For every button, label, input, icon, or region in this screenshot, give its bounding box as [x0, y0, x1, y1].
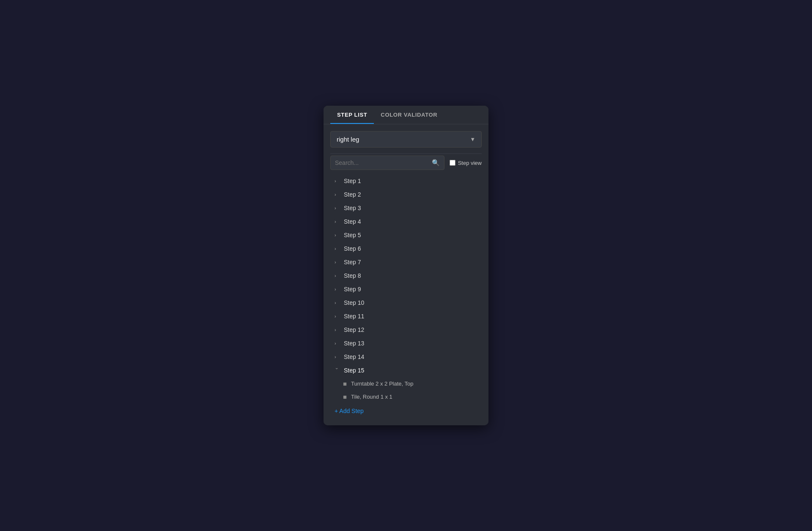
list-item[interactable]: › Step 8	[330, 269, 482, 282]
step-label: Step 15	[344, 367, 364, 374]
piece-icon: ■	[343, 393, 347, 400]
tab-step-list[interactable]: STEP LIST	[330, 106, 374, 124]
chevron-right-icon: ›	[335, 354, 340, 359]
chevron-right-icon: ›	[335, 327, 340, 332]
list-item[interactable]: › Step 9	[330, 282, 482, 296]
step-label: Step 3	[344, 205, 361, 211]
tabs-bar: STEP LIST COLOR VALIDATOR	[324, 106, 488, 124]
panel-body: right leg ▼ 🔍 Step view › Step 1 › Step	[324, 124, 488, 425]
list-item[interactable]: ■ Tile, Round 1 x 1	[330, 390, 482, 403]
list-item[interactable]: › Step 11	[330, 309, 482, 323]
step-view-checkbox[interactable]	[450, 160, 455, 166]
step-label: Step 5	[344, 232, 361, 238]
step-label: Step 6	[344, 245, 361, 252]
chevron-right-icon: ›	[335, 314, 340, 319]
divider-1	[330, 153, 482, 154]
piece-icon: ■	[343, 380, 347, 387]
search-input[interactable]	[335, 159, 432, 166]
chevron-right-icon: ›	[335, 273, 340, 278]
chevron-right-icon: ›	[335, 287, 340, 292]
list-item[interactable]: › Step 4	[330, 215, 482, 228]
dropdown-value: right leg	[337, 136, 359, 143]
step-label: Step 1	[344, 178, 361, 184]
search-row: 🔍 Step view	[330, 156, 482, 170]
list-item[interactable]: › Step 2	[330, 188, 482, 201]
search-box[interactable]: 🔍	[330, 156, 444, 170]
chevron-right-icon: ›	[335, 300, 340, 305]
steps-list: › Step 1 › Step 2 › Step 3 › Step 4 › St…	[330, 174, 482, 403]
step-label: Step 2	[344, 191, 361, 198]
search-icon: 🔍	[432, 159, 440, 167]
step-label: Step 10	[344, 299, 364, 306]
list-item[interactable]: › Step 15	[330, 364, 482, 377]
chevron-right-icon: ›	[335, 341, 340, 346]
step-label: Step 4	[344, 218, 361, 225]
chevron-right-icon: ›	[335, 233, 340, 238]
chevron-right-icon: ›	[335, 246, 340, 251]
sub-items-list: ■ Turntable 2 x 2 Plate, Top ■ Tile, Rou…	[330, 377, 482, 403]
chevron-down-icon: ›	[335, 368, 340, 373]
part-dropdown-wrapper: right leg ▼	[330, 131, 482, 148]
step-label: Step 11	[344, 313, 364, 320]
step-label: Step 7	[344, 259, 361, 266]
chevron-right-icon: ›	[335, 219, 340, 224]
sub-item-label: Tile, Round 1 x 1	[351, 394, 392, 400]
list-item[interactable]: › Step 14	[330, 350, 482, 364]
list-item[interactable]: › Step 6	[330, 242, 482, 255]
add-step-button[interactable]: + Add Step	[330, 403, 482, 419]
step-label: Step 9	[344, 286, 361, 293]
chevron-right-icon: ›	[335, 178, 340, 183]
step-label: Step 14	[344, 353, 364, 360]
part-dropdown[interactable]: right leg ▼	[330, 131, 482, 148]
list-item[interactable]: › Step 5	[330, 228, 482, 242]
step-label: Step 8	[344, 272, 361, 279]
list-item[interactable]: › Step 3	[330, 201, 482, 215]
chevron-down-icon: ▼	[470, 136, 475, 142]
step-view-text: Step view	[458, 160, 482, 166]
list-item[interactable]: › Step 1	[330, 174, 482, 188]
tab-color-validator[interactable]: COLOR VALIDATOR	[374, 106, 444, 124]
sub-item-label: Turntable 2 x 2 Plate, Top	[351, 380, 413, 387]
list-item[interactable]: › Step 13	[330, 337, 482, 350]
step-label: Step 12	[344, 326, 364, 333]
list-item[interactable]: › Step 12	[330, 323, 482, 337]
chevron-right-icon: ›	[335, 260, 340, 265]
list-item[interactable]: › Step 7	[330, 255, 482, 269]
step-label: Step 13	[344, 340, 364, 347]
chevron-right-icon: ›	[335, 192, 340, 197]
panel-wrapper: STEP LIST COLOR VALIDATOR right leg ▼ 🔍 …	[324, 106, 488, 425]
step-view-label[interactable]: Step view	[450, 160, 482, 166]
chevron-right-icon: ›	[335, 205, 340, 211]
list-item[interactable]: › Step 10	[330, 296, 482, 309]
list-item[interactable]: ■ Turntable 2 x 2 Plate, Top	[330, 377, 482, 390]
